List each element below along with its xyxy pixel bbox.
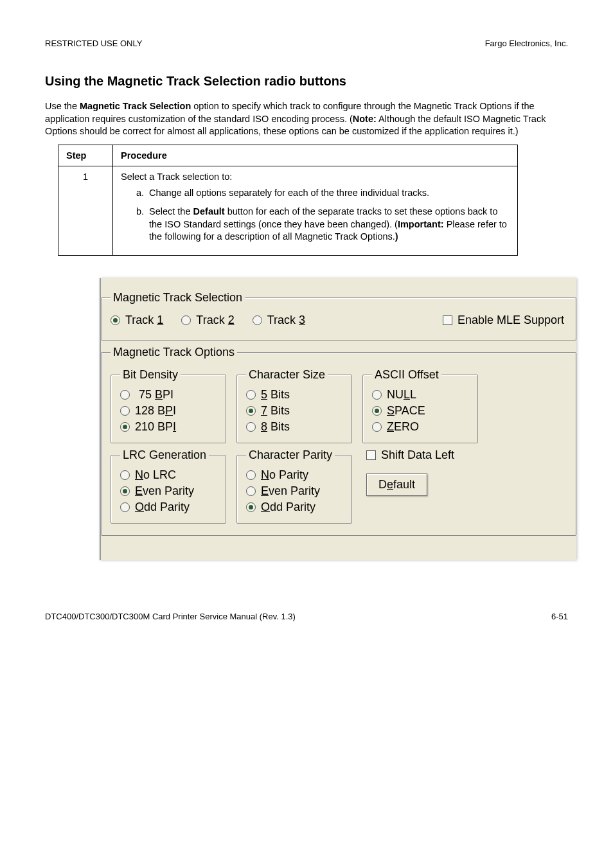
- radio-icon: [120, 470, 130, 480]
- charsize-legend: Character Size: [246, 368, 328, 382]
- track3-radio[interactable]: Track 3: [253, 314, 305, 327]
- radio-icon: [372, 422, 382, 432]
- character-parity-group: Character Parity No Parity Even Parity O…: [236, 448, 352, 524]
- bit-density-group: Bit Density 75 BPI 128 BPI 210 BPI: [111, 368, 226, 443]
- footer-left: DTC400/DTC300/DTC300M Card Printer Servi…: [45, 612, 296, 621]
- section-title: Using the Magnetic Track Selection radio…: [45, 74, 568, 89]
- lrc-legend: LRC Generation: [120, 448, 209, 462]
- procedure-table: Step Procedure 1 Select a Track selectio…: [58, 145, 518, 256]
- parity-even-radio[interactable]: Even Parity: [246, 484, 342, 498]
- bpi-210-radio[interactable]: 210 BPI: [120, 420, 217, 434]
- radio-icon: [181, 315, 191, 325]
- procedure-cell: Select a Track selection to: a. Change a…: [113, 166, 518, 255]
- radio-icon: [246, 390, 256, 400]
- radio-icon: [111, 315, 120, 325]
- ascii-legend: ASCII Offset: [372, 368, 441, 382]
- radio-icon: [246, 486, 256, 496]
- footer-right: 6-51: [551, 612, 568, 621]
- parity-none-radio[interactable]: No Parity: [246, 468, 342, 482]
- radio-icon: [246, 502, 256, 512]
- ascii-zero-radio[interactable]: ZERO: [372, 420, 468, 434]
- ascii-null-radio[interactable]: NULL: [372, 388, 468, 402]
- dialog-panel: Magnetic Track Selection Track 1 Track 2…: [100, 278, 576, 560]
- radio-icon: [120, 502, 130, 512]
- th-step: Step: [58, 145, 113, 166]
- radio-icon: [120, 422, 130, 432]
- header-right: Fargo Electronics, Inc.: [485, 39, 568, 48]
- magnetic-track-options-group: Magnetic Track Options Bit Density 75 BP…: [101, 346, 576, 536]
- parity-odd-radio[interactable]: Odd Parity: [246, 500, 342, 514]
- th-procedure: Procedure: [113, 145, 518, 166]
- header-left: RESTRICTED USE ONLY: [45, 39, 142, 48]
- checkbox-icon: [443, 315, 452, 325]
- bpi-128-radio[interactable]: 128 BPI: [120, 404, 217, 418]
- intro-paragraph: Use the Magnetic Track Selection option …: [45, 100, 568, 138]
- bit-density-legend: Bit Density: [120, 368, 181, 382]
- lrc-odd-radio[interactable]: Odd Parity: [120, 500, 217, 514]
- track2-radio[interactable]: Track 2: [181, 314, 234, 327]
- enable-mle-checkbox[interactable]: Enable MLE Support: [443, 314, 567, 327]
- radio-icon: [372, 390, 382, 400]
- charparity-legend: Character Parity: [246, 448, 335, 462]
- radio-icon: [120, 486, 130, 496]
- character-size-group: Character Size 5 Bits 7 Bits 8 Bits: [236, 368, 352, 443]
- magnetic-track-selection-group: Magnetic Track Selection Track 1 Track 2…: [101, 291, 576, 341]
- ascii-space-radio[interactable]: SPACE: [372, 404, 468, 418]
- ascii-offset-group: ASCII Offset NULL SPACE ZERO: [362, 368, 478, 443]
- radio-icon: [120, 406, 130, 416]
- radio-icon: [246, 406, 256, 416]
- radio-icon: [253, 315, 262, 325]
- bits-8-radio[interactable]: 8 Bits: [246, 420, 342, 434]
- radio-icon: [246, 422, 256, 432]
- bits-7-radio[interactable]: 7 Bits: [246, 404, 342, 418]
- bpi-75-radio[interactable]: 75 BPI: [120, 388, 217, 402]
- track1-radio[interactable]: Track 1: [111, 314, 163, 327]
- step-number: 1: [58, 166, 113, 255]
- mto-legend: Magnetic Track Options: [111, 346, 237, 359]
- proc-item-b: b. Select the Default button for each of…: [136, 206, 510, 244]
- proc-item-a: a. Change all options separately for eac…: [136, 187, 510, 200]
- proc-intro: Select a Track selection to:: [121, 172, 510, 182]
- default-button[interactable]: Default: [366, 474, 427, 496]
- lrc-none-radio[interactable]: No LRC: [120, 468, 217, 482]
- bits-5-radio[interactable]: 5 Bits: [246, 388, 342, 402]
- radio-icon: [246, 470, 256, 480]
- checkbox-icon: [366, 450, 376, 460]
- shift-data-left-checkbox[interactable]: Shift Data Left: [366, 448, 454, 462]
- mts-legend: Magnetic Track Selection: [111, 291, 245, 305]
- radio-icon: [120, 390, 130, 400]
- radio-icon: [372, 406, 382, 416]
- lrc-even-radio[interactable]: Even Parity: [120, 484, 217, 498]
- lrc-generation-group: LRC Generation No LRC Even Parity Odd Pa…: [111, 448, 226, 524]
